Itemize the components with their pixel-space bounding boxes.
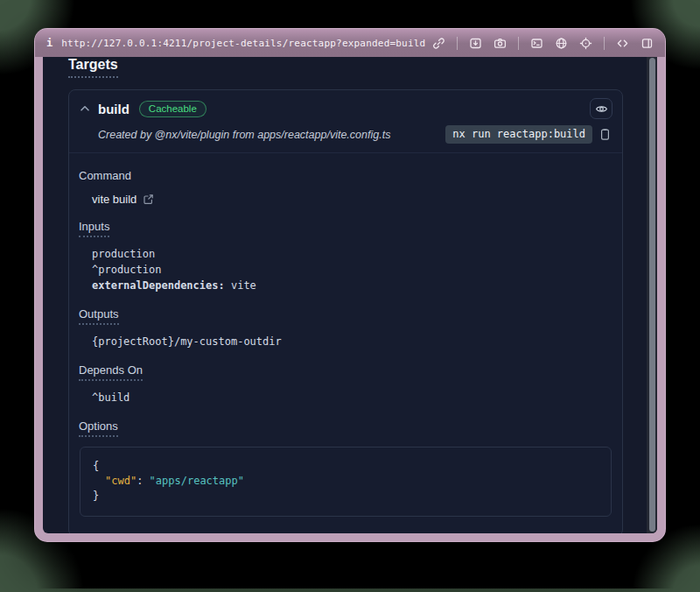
command-value: vite build	[92, 193, 136, 206]
camera-icon[interactable]	[494, 37, 507, 50]
target-name-build: build	[98, 102, 130, 116]
json-property-line: "cwd": "apps/reactapp"	[93, 474, 598, 489]
build-card-header: build Cacheable Created by @nx/vite/plug…	[69, 90, 622, 153]
project-details-content: Targets build Cacheable	[43, 57, 657, 533]
outputs-section-label: Outputs	[79, 307, 119, 325]
view-in-graph-button[interactable]	[590, 98, 612, 119]
json-key: "cwd"	[105, 475, 136, 487]
external-link-icon	[143, 194, 154, 205]
scrollbar-thumb[interactable]	[649, 58, 655, 532]
json-open-brace: {	[93, 459, 598, 474]
link-icon[interactable]	[432, 37, 445, 50]
build-card-body: Command vite build Inputs	[69, 153, 622, 533]
page-viewport: Targets build Cacheable	[43, 57, 657, 533]
json-string-value: "apps/reactapp"	[150, 475, 244, 487]
command-section-label: Command	[79, 169, 131, 182]
build-header-row[interactable]: build Cacheable	[79, 98, 612, 119]
chrome-toolbar	[432, 37, 654, 50]
toolbar-divider	[518, 37, 519, 50]
options-section-label: Options	[79, 419, 118, 437]
target-icon[interactable]	[579, 37, 592, 50]
url-bar[interactable]: http://127.0.0.1:4211/project-details/re…	[61, 38, 425, 49]
chevron-up-icon[interactable]	[79, 102, 91, 115]
download-box-icon[interactable]	[469, 37, 482, 50]
input-item: externalDependencies: vite	[92, 278, 612, 293]
code-icon[interactable]	[616, 37, 629, 50]
target-card-build: build Cacheable Created by @nx/vite/plug…	[68, 89, 623, 533]
output-item: {projectRoot}/my-custom-outdir	[92, 334, 612, 349]
info-icon: i	[46, 37, 52, 49]
json-colon: :	[136, 475, 149, 487]
input-item: ^production	[92, 262, 612, 278]
scrollbar-track[interactable]	[647, 57, 657, 533]
browser-window: i http://127.0.0.1:4211/project-details/…	[35, 29, 665, 541]
json-close-brace: }	[93, 489, 598, 504]
toolbar-divider	[604, 37, 605, 50]
outputs-list: {projectRoot}/my-custom-outdir	[92, 334, 612, 349]
eye-icon	[595, 102, 608, 116]
targets-heading: Targets	[68, 57, 118, 78]
globe-icon[interactable]	[555, 37, 568, 50]
inputs-list: production ^production externalDependenc…	[92, 246, 612, 293]
input-key: externalDependencies:	[92, 279, 225, 292]
command-value-link[interactable]: vite build	[92, 193, 612, 206]
cacheable-badge: Cacheable	[139, 101, 206, 117]
input-value: vite	[225, 279, 256, 292]
depends-on-list: ^build	[92, 390, 612, 405]
depends-on-item: ^build	[92, 390, 612, 405]
sidebar-panel-icon[interactable]	[640, 37, 654, 50]
inputs-section-label: Inputs	[79, 220, 109, 237]
build-header-subrow: Created by @nx/vite/plugin from apps/rea…	[79, 125, 612, 152]
input-item: production	[92, 246, 612, 262]
options-json-box: { "cwd": "apps/reactapp" }	[80, 447, 612, 517]
depends-on-section-label: Depends On	[79, 363, 143, 381]
terminal-icon[interactable]	[530, 37, 543, 50]
created-by-text: Created by @nx/vite/plugin from apps/rea…	[98, 129, 390, 141]
toolbar-divider	[457, 37, 458, 50]
browser-chrome-bar: i http://127.0.0.1:4211/project-details/…	[35, 29, 665, 57]
run-command-chip[interactable]: nx run reactapp:build	[445, 125, 592, 144]
copy-icon[interactable]	[599, 128, 611, 141]
